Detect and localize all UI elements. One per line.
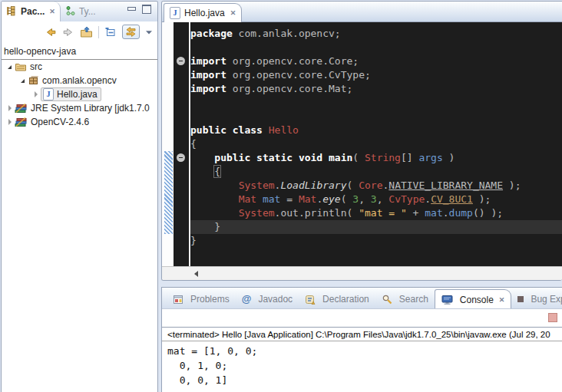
code-line [190, 96, 562, 110]
code-line [190, 41, 562, 54]
back-arrow-icon[interactable] [45, 26, 57, 38]
code-line: System.LoadLibrary( Core.NATIVE_LIBRARY_… [190, 179, 562, 193]
console-toolbar-icon[interactable] [548, 313, 557, 322]
toolbar-separator [98, 26, 99, 38]
package-explorer-view: Pac... ✕ Ty... hello-opencv-java srccom.… [1, 1, 158, 392]
code-line: package com.anlak.opencv; [190, 27, 562, 41]
plugin-square-icon [517, 296, 524, 302]
package-explorer-icon [6, 5, 18, 18]
type-hierarchy-icon [65, 5, 76, 18]
tree-item-label: OpenCV-2.4.6 [31, 117, 89, 127]
declaration-icon [305, 295, 316, 305]
tab-declaration[interactable]: Declaration [299, 290, 375, 308]
code-line: { [190, 137, 562, 151]
bottom-view-tabbar: Problems@JavadocDeclarationSearchConsole… [162, 288, 562, 309]
annotation-ruler[interactable] [162, 22, 174, 266]
tree-expanded-arrow-icon[interactable] [18, 79, 28, 83]
tree-item-src[interactable]: src [2, 60, 157, 74]
java-file-icon: J [170, 7, 180, 19]
editor-tabbar: J Hello.java ✕ [162, 2, 562, 22]
problems-icon [173, 295, 183, 305]
javadoc-icon: @ [242, 295, 252, 304]
tree-item-project-root[interactable]: hello-opencv-java [2, 44, 157, 60]
tree-item-label: Hello.java [57, 89, 98, 100]
go-up-folder-icon[interactable] [80, 26, 93, 38]
console-output-line: 0, 0, 1] [167, 373, 562, 387]
editor-horizontal-scrollbar[interactable] [162, 266, 562, 280]
console-output-line: 0, 1, 0; [167, 358, 562, 373]
tab-hello-java[interactable]: J Hello.java ✕ [164, 3, 242, 22]
tab-label: Search [399, 294, 428, 305]
code-line: System.out.println( "mat = " + mat.dump(… [190, 206, 562, 220]
tree-item-label: com.anlak.opencv [42, 75, 117, 86]
close-icon[interactable]: ✕ [48, 8, 55, 15]
tab-type-hierarchy[interactable]: Ty... [61, 2, 101, 21]
tab-problems[interactable]: Problems [167, 290, 236, 308]
tab-label: Pac... [21, 6, 45, 17]
tree-collapsed-arrow-icon[interactable] [5, 105, 15, 111]
view-tabbar: Pac... ✕ Ty... [2, 2, 157, 21]
editor-area: J Hello.java ✕ package com.anlak.opencv;… [161, 1, 562, 281]
tree-item-label: src [30, 61, 42, 72]
tab-console[interactable]: Console✕ [435, 289, 512, 309]
collapse-all-icon[interactable] [104, 26, 117, 38]
console-content: <terminated> Hello [Java Application] C:… [162, 327, 562, 392]
code-line: import org.opencv.core.Core; [190, 54, 562, 68]
close-icon[interactable]: ✕ [498, 296, 505, 304]
view-menu-icon[interactable] [145, 29, 153, 35]
close-icon[interactable]: ✕ [229, 9, 236, 17]
code-line: } [190, 234, 562, 248]
tree-item-opencv-2-4-6[interactable]: OpenCV-2.4.6 [2, 115, 157, 129]
editor-body: package com.anlak.opencv;import org.open… [162, 22, 562, 266]
code-line [190, 110, 562, 124]
tab-search[interactable]: Search [375, 290, 435, 308]
library-icon [15, 117, 28, 127]
console-view: Problems@JavadocDeclarationSearchConsole… [161, 287, 562, 392]
fold-collapse-icon[interactable] [177, 153, 185, 162]
console-output: mat = [1, 0, 0; 0, 1, 0; 0, 0, 1] [162, 341, 562, 387]
tab-label: Bug Explorer [531, 294, 562, 305]
maximize-icon[interactable] [142, 5, 151, 14]
console-output-line: mat = [1, 0, 0; [167, 344, 562, 358]
code-line: public static void main( String[] args ) [190, 151, 562, 165]
tab-label: Ty... [79, 6, 96, 17]
library-icon [15, 103, 28, 114]
code-line: import org.opencv.core.Mat; [190, 82, 562, 96]
tab-label: Declaration [322, 294, 369, 305]
link-with-editor-icon[interactable] [122, 25, 140, 39]
source-folder-icon [15, 61, 27, 72]
scroll-left-arrow-icon[interactable] [194, 271, 198, 277]
view-window-buttons [127, 2, 157, 21]
tab-package-explorer[interactable]: Pac... ✕ [2, 2, 61, 21]
tree-collapsed-arrow-icon[interactable] [5, 119, 15, 125]
search-icon [382, 294, 392, 305]
console-launch-header: <terminated> Hello [Java Application] C:… [162, 328, 562, 341]
forward-arrow-icon[interactable] [62, 26, 74, 38]
selected-tree-item[interactable]: JHello.java [41, 87, 101, 101]
console-toolbar [162, 309, 562, 327]
tree-collapsed-arrow-icon[interactable] [31, 91, 41, 97]
code-line-current: } [190, 220, 562, 234]
tab-javadoc[interactable]: @Javadoc [236, 290, 299, 308]
fold-collapse-icon[interactable] [177, 57, 185, 65]
code-line: Mat mat = Mat.eye( 3, 3, CvType.CV_8UC1 … [190, 193, 562, 206]
java-file-icon: J [43, 88, 54, 100]
code-line: public class Hello [190, 124, 562, 137]
tree-item-hello-java[interactable]: JHello.java [2, 87, 157, 101]
code-line: { [190, 165, 562, 179]
tree-expanded-arrow-icon[interactable] [5, 65, 15, 69]
package-icon [28, 75, 39, 86]
tab-bug-explorer[interactable]: Bug Explorer [511, 290, 562, 308]
editor-tab-label: Hello.java [184, 8, 225, 18]
range-indicator [164, 151, 173, 234]
code-editor[interactable]: package com.anlak.opencv;import org.open… [190, 22, 562, 266]
minimize-icon[interactable] [127, 7, 136, 11]
tab-label: Javadoc [258, 294, 293, 305]
console-icon [441, 295, 453, 305]
tree-item-jre-system-library-jdk1-7-0[interactable]: JRE System Library [jdk1.7.0 [2, 101, 157, 115]
tree-item-label: JRE System Library [jdk1.7.0 [31, 103, 150, 114]
folding-ruler[interactable] [174, 22, 190, 266]
tree-item-com-anlak-opencv[interactable]: com.anlak.opencv [2, 74, 157, 87]
project-tree: hello-opencv-java srccom.anlak.opencvJHe… [2, 42, 157, 392]
tab-label: Console [460, 295, 494, 305]
